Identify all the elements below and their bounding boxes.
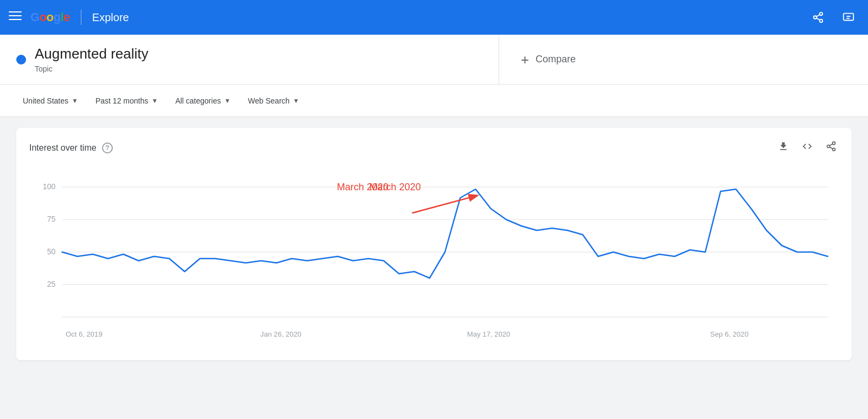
svg-rect-1 (9, 15, 22, 16)
location-label: United States (23, 96, 68, 105)
svg-line-15 (829, 144, 833, 145)
search-type-arrow-icon: ▼ (293, 97, 299, 105)
search-area: Augmented reality Topic + Compare (0, 35, 868, 85)
search-type-label: Web Search (248, 96, 290, 105)
timeframe-filter[interactable]: Past 12 months ▼ (89, 92, 164, 109)
timeframe-arrow-icon: ▼ (151, 97, 158, 105)
feedback-icon-button[interactable] (838, 7, 859, 28)
search-type-filter[interactable]: Web Search ▼ (241, 92, 306, 109)
compare-label: Compare (535, 54, 576, 65)
svg-text:May 17, 2020: May 17, 2020 (467, 330, 510, 338)
header-divider (81, 10, 81, 25)
term-name: Augmented reality (35, 46, 149, 62)
svg-line-7 (816, 15, 820, 17)
svg-text:50: 50 (47, 247, 56, 256)
location-filter[interactable]: United States ▼ (16, 92, 85, 109)
location-arrow-icon: ▼ (72, 97, 78, 105)
chart-title: Interest over time (29, 143, 97, 153)
share-icon-button[interactable] (807, 7, 829, 28)
svg-point-13 (833, 148, 835, 151)
svg-line-14 (829, 147, 833, 149)
embed-button[interactable] (800, 139, 815, 157)
svg-point-11 (833, 142, 835, 145)
share-chart-button[interactable] (824, 139, 839, 157)
category-arrow-icon: ▼ (224, 97, 231, 105)
chart-header: Interest over time ? (29, 139, 839, 157)
category-filter[interactable]: All categories ▼ (169, 92, 237, 109)
term-type: Topic (35, 65, 149, 73)
google-trends-logo[interactable]: Google Google Trends (30, 10, 70, 24)
chart-actions (776, 139, 839, 157)
svg-text:75: 75 (47, 215, 56, 223)
timeframe-label: Past 12 months (95, 96, 148, 105)
chart-svg: 100 75 50 25 Oct 6, 2019 Jan 26, 2020 Ma… (29, 165, 839, 350)
svg-text:25: 25 (47, 280, 56, 288)
svg-text:Oct 6, 2019: Oct 6, 2019 (66, 330, 103, 338)
term-info: Augmented reality Topic (35, 46, 149, 73)
main-content: Interest over time ? (0, 117, 868, 371)
svg-point-5 (820, 20, 823, 22)
app-header: Google Google Trends Explore (0, 0, 868, 35)
compare-plus-icon: + (521, 53, 529, 67)
svg-text:Sep 6, 2020: Sep 6, 2020 (710, 330, 749, 338)
header-actions (807, 7, 859, 28)
menu-icon[interactable] (9, 9, 22, 25)
term-color-dot (16, 55, 26, 65)
svg-point-12 (827, 145, 830, 148)
svg-line-29 (412, 196, 477, 213)
svg-text:Jan 26, 2020: Jan 26, 2020 (260, 330, 302, 338)
download-button[interactable] (776, 139, 791, 157)
chart-title-area: Interest over time ? (29, 143, 113, 153)
svg-point-3 (820, 12, 823, 16)
svg-point-4 (814, 16, 817, 19)
filters-bar: United States ▼ Past 12 months ▼ All cat… (0, 85, 868, 117)
svg-text:100: 100 (43, 182, 56, 191)
help-icon[interactable]: ? (102, 143, 113, 153)
interest-over-time-card: Interest over time ? (16, 128, 852, 360)
search-term-section: Augmented reality Topic (0, 35, 499, 84)
svg-line-6 (816, 18, 820, 20)
chart-container: March 2020 100 75 50 25 Oct 6, 2019 Jan … (29, 165, 839, 350)
explore-label: Explore (92, 11, 129, 24)
logo-text: Google (30, 10, 70, 24)
svg-rect-2 (9, 19, 22, 20)
category-label: All categories (175, 96, 221, 105)
svg-rect-0 (9, 11, 22, 12)
compare-section[interactable]: + Compare (499, 35, 868, 84)
